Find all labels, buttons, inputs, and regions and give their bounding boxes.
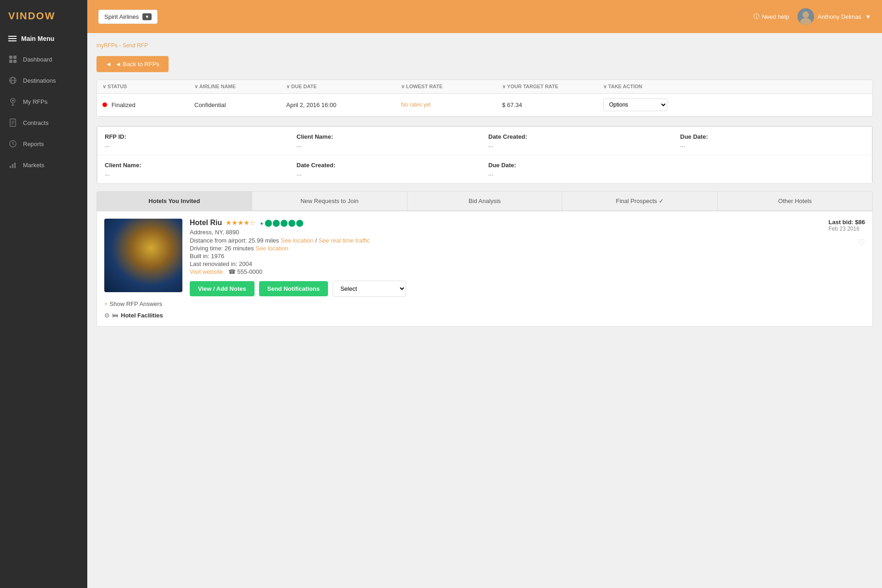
need-help-button[interactable]: ⓘ Need help — [753, 12, 789, 21]
hotel-name: Hotel Riu — [190, 219, 222, 227]
breadcrumb-my-rfps[interactable]: myRFPs — [96, 42, 118, 49]
row-status: Finalized — [102, 102, 194, 108]
see-traffic-link[interactable]: See real time traffic — [318, 237, 370, 244]
date-created-value-1: ... — [488, 141, 673, 148]
client-name-label-1: Client Name: — [297, 133, 481, 140]
hotel-action-select[interactable]: Select — [333, 281, 406, 297]
show-rfp-answers[interactable]: + Show RFP Answers — [104, 300, 865, 307]
markets-icon — [8, 160, 17, 170]
header-right: ⓘ Need help Anthony Delmas ▼ — [753, 8, 871, 25]
due-date-cell-2: Due Date: ... — [488, 162, 673, 177]
back-to-rfps-button[interactable]: ◄ ◄ Back to RFPs — [96, 56, 169, 72]
row-airline-name: Confidential — [194, 102, 286, 108]
main-menu-header[interactable]: Main Menu — [0, 30, 87, 49]
content-area: myRFPs - Send RFP ◄ ◄ Back to RFPs ∨ STA… — [87, 33, 882, 588]
sidebar-label-reports: Reports — [23, 141, 44, 147]
breadcrumb-separator: - — [119, 42, 122, 49]
tab-hotels-you-invited[interactable]: Hotels You Invited — [97, 192, 252, 210]
hamburger-icon — [8, 36, 17, 41]
svg-rect-21 — [14, 163, 16, 168]
rfp-id-value: ... — [105, 141, 289, 148]
sidebar-item-reports[interactable]: Reports — [0, 133, 87, 154]
sidebar-label-destinations: Destinations — [23, 77, 56, 84]
client-name-cell-1: Client Name: ... — [297, 133, 481, 148]
client-name-cell-2: Client Name: ... — [105, 162, 289, 177]
svg-rect-1 — [13, 56, 17, 59]
sidebar-label-contracts: Contracts — [23, 119, 49, 126]
row-lowest-rate: No rates yet — [401, 102, 502, 108]
show-rfp-label: Show RFP Answers — [110, 300, 163, 307]
hotel-tabs: Hotels You Invited New Requests to Join … — [96, 191, 873, 211]
sidebar-item-markets[interactable]: Markets — [0, 154, 87, 175]
date-created-cell-2: Date Created: ... — [297, 162, 481, 177]
last-bid-info: Last bid: $86 Feb 23 2016 — [829, 219, 865, 232]
visit-website-link[interactable]: Visit website — [190, 268, 223, 275]
company-selector[interactable]: Spirit Airlines ▼ — [98, 10, 158, 24]
sidebar-item-dashboard[interactable]: Dashboard — [0, 49, 87, 70]
hotel-facilities: ⊙ 🛏 Hotel Facilities — [104, 312, 865, 319]
user-menu[interactable]: Anthony Delmas ▼ — [797, 8, 871, 25]
show-rfp-icon: + — [104, 300, 108, 307]
sidebar-item-my-rfps[interactable]: My RFPs — [0, 91, 87, 112]
due-date-value-2: ... — [488, 170, 673, 177]
rfp-table: ∨ STATUS ∨ AIRLINE NAME ∨ DUE DATE ∨ LOW… — [96, 79, 873, 117]
avatar — [797, 8, 814, 25]
col-status: ∨ STATUS — [102, 84, 194, 90]
row-target-rate: $ 67.34 — [502, 102, 603, 108]
sidebar-item-destinations[interactable]: Destinations — [0, 70, 87, 91]
rfp-id-cell: RFP ID: ... — [105, 133, 289, 148]
hotel-address: Address, NY, 8890 — [190, 229, 775, 236]
hotel-phone: ☎ 555-0000 — [228, 268, 263, 275]
col-take-action: ∨ TAKE ACTION — [603, 84, 867, 90]
rfp-info-row-1: RFP ID: ... Client Name: ... Date Create… — [97, 126, 872, 155]
tripadvisor-icon: ● ⬤⬤⬤⬤⬤ — [260, 219, 304, 227]
user-dropdown-arrow: ▼ — [865, 13, 871, 20]
see-location-link-1[interactable]: See location — [281, 237, 314, 244]
sidebar: VINDOW Main Menu Dashboard — [0, 0, 87, 588]
favorite-button[interactable]: ♡ — [858, 237, 865, 248]
sidebar-item-contracts[interactable]: Contracts — [0, 112, 87, 133]
svg-point-8 — [12, 100, 14, 102]
hotel-driving-time: Driving time: 26 minutes See location — [190, 245, 775, 252]
view-add-notes-button[interactable]: View / Add Notes — [190, 281, 254, 296]
rfp-table-row: Finalized Confidential April 2, 2016 16:… — [97, 94, 872, 116]
tab-new-requests[interactable]: New Requests to Join — [252, 192, 407, 210]
date-created-cell-1: Date Created: ... — [488, 133, 673, 148]
hotel-facilities-label: Hotel Facilities — [121, 312, 163, 319]
due-date-value-1: ... — [680, 141, 865, 148]
client-name-value-1: ... — [297, 141, 481, 148]
company-dropdown-arrow: ▼ — [142, 13, 152, 20]
tab-bid-analysis[interactable]: Bid Analysis — [407, 192, 563, 210]
main-area: Spirit Airlines ▼ ⓘ Need help — [87, 0, 882, 588]
app-logo: VINDOW — [0, 0, 87, 30]
hotel-section: Hotel Riu ★★★★☆ ● ⬤⬤⬤⬤⬤ Address, NY, 889… — [96, 211, 873, 327]
bid-date: Feb 23 2016 — [829, 226, 865, 232]
svg-rect-20 — [12, 164, 13, 168]
destinations-icon — [8, 76, 17, 85]
sidebar-label-my-rfps: My RFPs — [23, 98, 47, 105]
sidebar-label-dashboard: Dashboard — [23, 56, 52, 63]
hotel-built-in: Built in: 1976 — [190, 253, 775, 260]
see-location-link-2[interactable]: See location — [255, 245, 288, 252]
hotel-stars: ★★★★☆ — [226, 219, 255, 227]
row-due-date: April 2, 2016 16:00 — [286, 102, 401, 108]
empty-cell — [680, 162, 865, 177]
col-airline-name: ∨ AIRLINE NAME — [194, 84, 286, 90]
due-date-label-1: Due Date: — [680, 133, 865, 140]
hotel-actions: View / Add Notes Send Notifications Sele… — [190, 281, 775, 297]
rfps-icon — [8, 97, 17, 106]
col-lowest-rate: ∨ LOWEST RATE — [401, 84, 502, 90]
tab-final-prospects[interactable]: Final Prospects ✓ — [562, 192, 718, 210]
tab-other-hotels[interactable]: Other Hotels — [718, 192, 872, 210]
take-action-select[interactable]: Options — [603, 98, 667, 111]
hotel-image-bg — [104, 219, 182, 292]
status-dot — [102, 102, 107, 107]
send-notifications-button[interactable]: Send Notifications — [259, 281, 328, 296]
breadcrumb[interactable]: myRFPs - Send RFP — [96, 42, 873, 49]
due-date-label-2: Due Date: — [488, 162, 673, 169]
user-name: Anthony Delmas — [818, 13, 861, 20]
due-date-cell-1: Due Date: ... — [680, 133, 865, 148]
company-name: Spirit Airlines — [104, 13, 139, 20]
svg-point-23 — [803, 11, 809, 18]
breadcrumb-send-rfp[interactable]: Send RFP — [123, 42, 148, 49]
